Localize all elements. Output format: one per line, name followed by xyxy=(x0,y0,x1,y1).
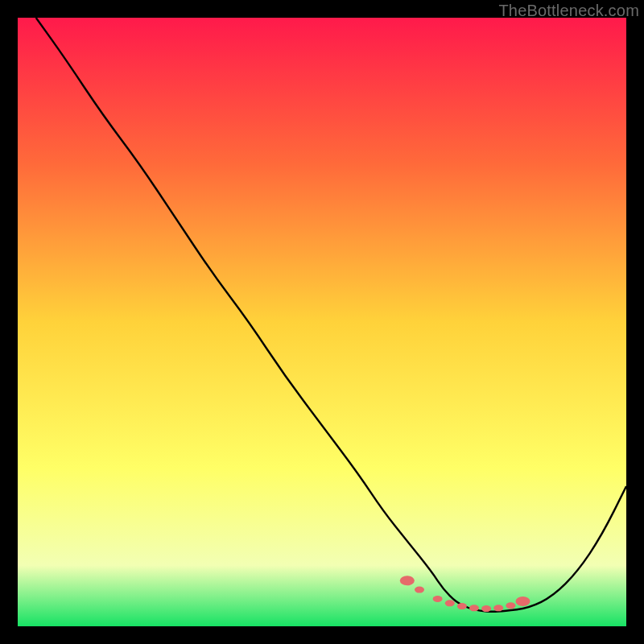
gradient-background xyxy=(18,18,626,626)
chart-frame xyxy=(18,18,626,626)
highlight-marker xyxy=(433,596,443,602)
watermark-text: TheBottleneck.com xyxy=(498,2,639,20)
highlight-marker xyxy=(457,603,467,609)
bottleneck-chart xyxy=(18,18,626,626)
highlight-marker xyxy=(400,576,415,585)
highlight-marker xyxy=(516,597,530,606)
highlight-marker xyxy=(445,600,455,606)
highlight-marker xyxy=(469,605,479,611)
highlight-marker xyxy=(493,605,503,611)
highlight-marker xyxy=(415,587,424,593)
highlight-marker xyxy=(481,605,491,612)
highlight-marker xyxy=(506,602,515,609)
